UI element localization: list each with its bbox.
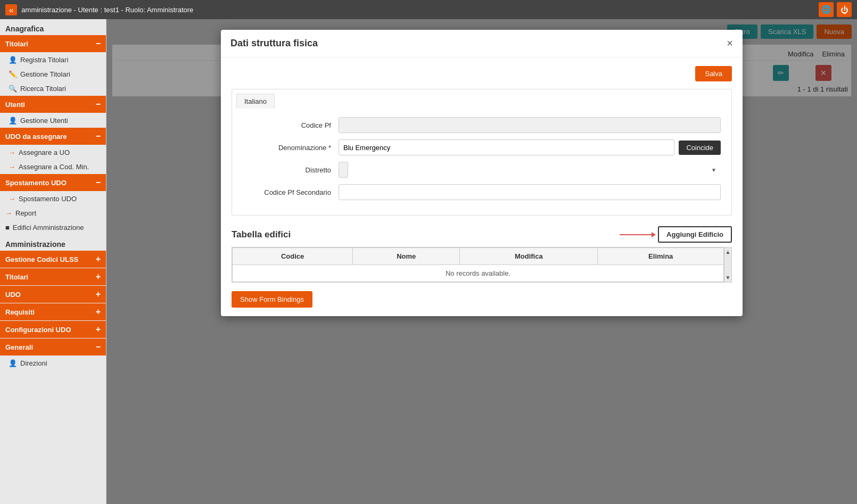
aggiungi-edificio-button[interactable]: Aggiungi Edificio <box>658 226 732 243</box>
tabella-edifici-header: Tabella edifici Aggiungi Edificio <box>232 226 732 243</box>
form-row-distretto: Distretto <box>243 162 721 178</box>
sidebar-item-registra-label: Registra Titolari <box>20 56 68 64</box>
coincide-button[interactable]: Coincide <box>679 141 721 155</box>
sidebar-group-udo-toggle: − <box>96 131 101 141</box>
edifici-col-nome: Nome <box>353 248 460 265</box>
sidebar-group-spostamento[interactable]: Spostamento UDO − <box>0 174 106 191</box>
codice-pf-secondario-input[interactable] <box>339 184 721 200</box>
sidebar-group-requisiti-label: Requisiti <box>5 308 35 316</box>
scroll-up-arrow[interactable]: ▲ <box>724 247 731 257</box>
sidebar-group-utenti[interactable]: Utenti − <box>0 96 106 113</box>
edifici-table-header-row: Codice Nome Modifica Elimina <box>233 248 724 265</box>
modal-overlay: Dati struttura fisica × Salva Italiano <box>106 19 857 504</box>
user-icon: 👤 <box>9 117 17 125</box>
sidebar-group-udo-admin[interactable]: UDO + <box>0 286 106 303</box>
form-tab-italiano[interactable]: Italiano <box>236 94 275 109</box>
modal-save-row: Salva <box>232 66 732 81</box>
sidebar-item-edifici[interactable]: ■ Edifici Amministrazione <box>0 220 106 235</box>
edit-icon: ✏️ <box>9 70 17 78</box>
edifici-col-codice: Codice <box>233 248 353 265</box>
sidebar-group-configurazioni[interactable]: Configurazioni UDO + <box>0 321 106 338</box>
form-row-codice-pf-secondario: Codice Pf Secondario <box>243 184 721 200</box>
sidebar-group-gestione-codici[interactable]: Gestione Codici ULSS + <box>0 251 106 268</box>
edifici-col-modifica: Modifica <box>460 248 598 265</box>
arrow-icon-3: → <box>9 195 15 203</box>
topbar-title: amministrazione - Utente : test1 - Ruolo… <box>21 6 193 14</box>
sidebar-group-spostamento-label: Spostamento UDO <box>5 179 67 187</box>
sidebar-group-generali-label: Generali <box>5 343 33 351</box>
denominazione-input[interactable] <box>339 139 674 155</box>
edifici-table: Codice Nome Modifica Elimina No records … <box>232 247 724 282</box>
sidebar-group-generali[interactable]: Generali − <box>0 338 106 356</box>
distretto-select[interactable] <box>339 162 348 178</box>
sidebar-group-gestione-codici-label: Gestione Codici ULSS <box>5 255 78 263</box>
modal-dati-struttura: Dati struttura fisica × Salva Italiano <box>221 30 743 316</box>
codice-pf-secondario-label: Codice Pf Secondario <box>243 188 339 196</box>
sidebar-group-udo-assegnare[interactable]: UDO da assegnare − <box>0 128 106 145</box>
sidebar-item-ricerca-label: Ricerca Titolari <box>20 85 66 93</box>
sidebar-item-edifici-label: Edifici Amministrazione <box>13 224 84 232</box>
globe-icon-button[interactable]: 🌐 <box>819 2 834 17</box>
sidebar-group-udo-assegnare-label: UDO da assegnare <box>5 133 67 141</box>
topbar: « amministrazione - Utente : test1 - Ruo… <box>0 0 857 19</box>
codice-pf-input[interactable] <box>339 117 721 133</box>
arrow-head <box>652 232 656 237</box>
show-form-bindings-button[interactable]: Show Form Bindings <box>232 291 312 308</box>
table-scrollbar[interactable]: ▲ ▼ <box>724 247 731 282</box>
sidebar-item-direzioni-label: Direzioni <box>20 359 47 367</box>
sidebar-item-gestione-titolari[interactable]: ✏️ Gestione Titolari <box>0 67 106 81</box>
sidebar-item-gestione-utenti[interactable]: 👤 Gestione Utenti <box>0 113 106 128</box>
modal-body: Salva Italiano Codice Pf <box>221 57 743 316</box>
sidebar-item-assegnare-cod[interactable]: → Assegnare a Cod. Min. <box>0 160 106 174</box>
scroll-down-arrow[interactable]: ▼ <box>724 273 731 282</box>
form-panel: Italiano Codice Pf Denominazione * <box>232 89 732 216</box>
edifici-col-elimina: Elimina <box>598 248 724 265</box>
sidebar: Anagrafica Titolari − 👤 Registra Titolar… <box>0 19 106 504</box>
aggiungi-wrapper: Aggiungi Edificio <box>620 226 732 243</box>
save-button[interactable]: Salva <box>695 66 732 81</box>
arrow-line <box>620 234 652 235</box>
sidebar-group-udo-admin-toggle: + <box>96 290 101 299</box>
modal-close-button[interactable]: × <box>727 37 733 49</box>
sidebar-item-registra-titolari[interactable]: 👤 Registra Titolari <box>0 53 106 67</box>
main-layout: Anagrafica Titolari − 👤 Registra Titolar… <box>0 19 857 504</box>
sidebar-group-utenti-toggle: − <box>96 100 101 109</box>
sidebar-item-spostamento-udo[interactable]: → Spostamento UDO <box>0 192 106 206</box>
arrow-icon-4: → <box>5 209 12 217</box>
sidebar-group-gestione-toggle: + <box>96 254 101 264</box>
sidebar-item-ricerca-titolari[interactable]: 🔍 Ricerca Titolari <box>0 81 106 96</box>
sidebar-group-titolari-admin[interactable]: Titolari + <box>0 268 106 285</box>
sidebar-item-assegnare-uo[interactable]: → Assegnare a UO <box>0 145 106 160</box>
sidebar-item-report-label: Report <box>15 209 36 217</box>
search-icon: 🔍 <box>9 85 17 93</box>
edifici-table-head: Codice Nome Modifica Elimina <box>233 248 724 265</box>
sidebar-group-configurazioni-label: Configurazioni UDO <box>5 326 71 334</box>
sidebar-item-assegnare-cod-label: Assegnare a Cod. Min. <box>19 163 89 171</box>
modal-title: Dati struttura fisica <box>230 38 318 49</box>
tabella-edifici-title: Tabella edifici <box>232 229 291 240</box>
sidebar-item-gestione-label: Gestione Titolari <box>20 70 70 78</box>
sidebar-item-spostamento-label: Spostamento UDO <box>19 195 77 203</box>
arrow-indicator <box>620 232 656 237</box>
sidebar-group-titolari-label: Titolari <box>5 40 28 48</box>
sidebar-item-report[interactable]: → Report <box>0 206 106 220</box>
arrow-icon: → <box>9 148 15 156</box>
distretto-select-wrapper <box>339 162 721 178</box>
building-icon: ■ <box>5 224 10 232</box>
sidebar-group-requisiti[interactable]: Requisiti + <box>0 303 106 320</box>
sidebar-group-titolari[interactable]: Titolari − <box>0 35 106 52</box>
sidebar-group-titolari-admin-label: Titolari <box>5 273 28 281</box>
codice-pf-label: Codice Pf <box>243 121 339 129</box>
topbar-back-button[interactable]: « <box>5 4 17 15</box>
denominazione-label: Denominazione * <box>243 144 339 152</box>
person-icon: 👤 <box>9 56 17 64</box>
main-content: Filtro Scarica XLS Nuova Modifica Elimin… <box>106 19 857 504</box>
form-content: Codice Pf Denominazione * Coincide <box>232 109 731 215</box>
sidebar-group-utenti-label: Utenti <box>5 101 25 109</box>
sidebar-item-direzioni[interactable]: 👤 Direzioni <box>0 356 106 370</box>
arrow-icon-2: → <box>9 163 15 171</box>
edifici-no-records-row: No records available. <box>233 265 724 282</box>
power-icon-button[interactable]: ⏻ <box>837 2 852 17</box>
modal-header: Dati struttura fisica × <box>221 30 743 57</box>
anagrafica-section-title: Anagrafica <box>0 19 106 35</box>
